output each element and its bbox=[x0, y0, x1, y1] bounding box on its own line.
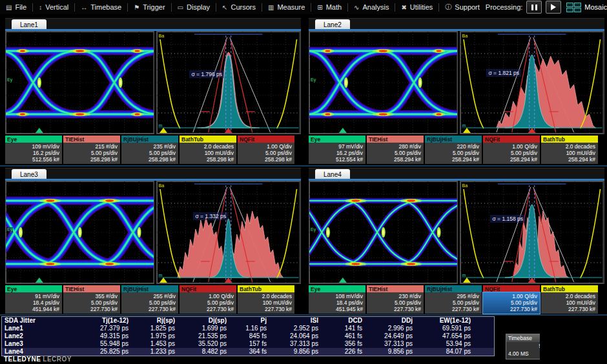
descriptor-rjbujhist[interactable]: RjBUjHist220 #/div5.00 ps/div258.294 k# bbox=[425, 136, 482, 164]
descriptor-values: 295 #/div5.00 ps/div227.730 k# bbox=[425, 292, 482, 314]
descriptor-label: NQFit bbox=[180, 285, 236, 292]
descriptor-eye[interactable]: Eye97 mV/div16.2 ps/div512.554 k# bbox=[309, 136, 365, 164]
table-row-lane2: Lane249.315 ps1.975 ps21.535 ps845 fs24.… bbox=[2, 332, 494, 340]
descriptor-row: Eye97 mV/div16.2 ps/div512.554 k#TIEHist… bbox=[309, 136, 604, 164]
descriptor-values: 255 #/div5.00 ps/div227.730 k# bbox=[121, 292, 178, 314]
jitter-bathtub-panel[interactable]: Ba m σ = 1.821 ps bbox=[460, 31, 604, 134]
menu-item-cursors[interactable]: ↖Cursors bbox=[216, 0, 262, 14]
descriptor-bathtub[interactable]: BathTub2.0 decades100 mUI/div227.730 k# bbox=[238, 285, 294, 314]
descriptor-eye[interactable]: Eye108 mV/div18.4 ps/div451.945 k# bbox=[309, 285, 365, 314]
lane-section-lane1: Lane1 Ey Ba m σ = 1.796 ps Eye109 mV/div… bbox=[5, 18, 301, 164]
descriptor-bathtub[interactable]: BathTub2.0 decades100 mUI/div258.294 k# bbox=[541, 136, 598, 164]
descriptor-label: NQFit bbox=[238, 136, 294, 143]
play-icon bbox=[551, 4, 556, 10]
jitter-bathtub-panel[interactable]: Ba m σ = 1.332 ps bbox=[156, 181, 301, 284]
descriptor-label: NQFit bbox=[483, 136, 540, 143]
descriptor-nqfit[interactable]: NQFit1.00 Q/div5.00 ps/div258.294 k# bbox=[483, 136, 540, 164]
eye-trace-label: Ey bbox=[6, 227, 13, 232]
measurement-value: 1.825 ps bbox=[129, 325, 175, 332]
descriptor-tiehist[interactable]: TIEHist280 #/div5.00 ps/div258.294 k# bbox=[367, 136, 424, 164]
eye-diagram-panel[interactable]: Ey bbox=[5, 181, 154, 284]
column-header: ISI bbox=[267, 317, 318, 325]
histogram-trace-label: m bbox=[461, 123, 466, 128]
menu-item-utilities[interactable]: ✖Utilities bbox=[395, 0, 438, 14]
lane-tabbar: Lane4 bbox=[309, 168, 604, 179]
tab-lane2[interactable]: Lane2 bbox=[315, 19, 350, 30]
descriptor-values: 2.0 decades100 mUI/div227.730 k# bbox=[238, 292, 294, 314]
descriptor-row: Eye91 mV/div18.4 ps/div451.944 k#TIEHist… bbox=[5, 285, 301, 314]
descriptor-nqfit[interactable]: NQFit1.00 Q/div5.00 ps/div227.730 k# bbox=[180, 285, 236, 314]
row-label: Lane1 bbox=[2, 325, 69, 332]
menu-item-file[interactable]: ▤File bbox=[0, 0, 32, 14]
measurement-value: 55.948 ps bbox=[69, 340, 129, 348]
row-label: Lane3 bbox=[2, 340, 69, 348]
play-button[interactable] bbox=[546, 1, 561, 14]
descriptor-nqfit[interactable]: NQFit1.00 Q/div5.00 ps/div258.298 k# bbox=[238, 136, 294, 164]
descriptor-values: 2.0 decades100 mUI/div227.730 k# bbox=[541, 292, 598, 314]
tab-lane3[interactable]: Lane3 bbox=[12, 169, 46, 179]
descriptor-bathtub[interactable]: BathTub2.0 decades100 mUI/div258.298 k# bbox=[180, 136, 236, 164]
measurement-value: 27.379 ps bbox=[69, 325, 129, 332]
jitter-bathtub-plot bbox=[460, 32, 604, 134]
menu-item-timebase[interactable]: ↔Timebase bbox=[75, 0, 127, 14]
descriptor-bathtub[interactable]: BathTub2.0 decades100 mUI/div227.730 k# bbox=[541, 285, 598, 314]
math-icon: ⊞ bbox=[317, 4, 322, 11]
jitter-bathtub-panel[interactable]: Ba m σ = 1.158 ps bbox=[460, 181, 604, 284]
measurement-value: 9.856 ps bbox=[267, 348, 318, 356]
timebase-descriptor[interactable]: Timebase 5.00 4.00 MS 8 bbox=[506, 334, 540, 359]
eye-diagram-panel[interactable]: Ey bbox=[309, 181, 458, 284]
menu-item-vertical[interactable]: ↕Vertical bbox=[33, 0, 74, 14]
display-icon: ▭ bbox=[178, 4, 183, 11]
descriptor-tiehist[interactable]: TIEHist230 #/div5.00 ps/div227.730 k# bbox=[367, 285, 424, 314]
menu-item-label: Support bbox=[455, 3, 480, 11]
measurement-value: 25.825 ps bbox=[69, 348, 129, 356]
menu-item-measure[interactable]: ▥Measure bbox=[262, 0, 311, 14]
descriptor-label: TIEHist bbox=[367, 285, 424, 292]
menu-item-label: Math bbox=[326, 3, 342, 11]
measurement-value: 157 fs bbox=[227, 340, 267, 348]
descriptor-rjbujhist[interactable]: RjBUjHist235 #/div5.00 ps/div258.298 k# bbox=[121, 136, 178, 164]
descriptor-eye[interactable]: Eye109 mV/div16.2 ps/div512.556 k# bbox=[5, 136, 62, 164]
descriptor-tiehist[interactable]: TIEHist355 #/div5.00 ps/div227.730 k# bbox=[63, 285, 120, 314]
descriptor-eye[interactable]: Eye91 mV/div18.4 ps/div451.944 k# bbox=[5, 285, 62, 314]
menu-item-trigger[interactable]: ⚑Trigger bbox=[128, 0, 170, 14]
menu-bar: ▤File↕Vertical↔Timebase⚑Trigger▭Display↖… bbox=[0, 0, 607, 14]
menu-item-support[interactable]: ⓘSupport bbox=[439, 0, 486, 14]
descriptor-nqfit[interactable]: NQFit1.00 Q/div5.00 ps/div227.730 k# bbox=[483, 285, 540, 314]
pause-button[interactable] bbox=[526, 1, 542, 14]
menu-item-label: Display bbox=[187, 3, 210, 11]
descriptor-label: BathTub bbox=[238, 285, 294, 292]
measurement-value: 141 fs bbox=[318, 325, 362, 332]
descriptor-rjbujhist[interactable]: RjBUjHist255 #/div5.00 ps/div227.730 k# bbox=[121, 285, 178, 314]
jitter-bathtub-panel[interactable]: Ba m σ = 1.796 ps bbox=[156, 31, 301, 134]
tab-lane4[interactable]: Lane4 bbox=[315, 169, 350, 179]
measurement-value: 2.996 ps bbox=[362, 325, 413, 332]
descriptor-tiehist[interactable]: TIEHist215 #/div5.00 ps/div258.298 k# bbox=[63, 136, 120, 164]
eye-diagram-panel[interactable]: Ey bbox=[309, 31, 458, 134]
pause-icon bbox=[531, 5, 537, 10]
descriptor-values: 1.00 Q/div5.00 ps/div258.294 k# bbox=[483, 143, 540, 164]
descriptor-values: 215 #/div5.00 ps/div258.298 k# bbox=[63, 143, 120, 164]
descriptor-values: 1.00 Q/div5.00 ps/div258.298 k# bbox=[238, 143, 294, 164]
brand-footer: TELEDYNELECROY bbox=[4, 356, 72, 363]
sigma-annotation: σ = 1.158 ps bbox=[490, 215, 525, 223]
eye-diagram bbox=[6, 181, 154, 283]
measurement-value: 21.535 ps bbox=[175, 332, 227, 340]
measurement-value: 1.975 ps bbox=[129, 332, 175, 340]
mosaic-display-selector[interactable]: Mosaic bbox=[565, 2, 607, 13]
row-separator bbox=[0, 165, 607, 167]
measurement-value: 845 fs bbox=[227, 332, 267, 340]
measurement-value: 226 fs bbox=[318, 348, 362, 356]
descriptor-values: 2.0 decades100 mUI/div258.298 k# bbox=[180, 143, 236, 164]
measurement-value: 364 fs bbox=[227, 348, 267, 356]
table-row-lane1: Lane127.379 ps1.825 ps1.699 ps1.16 ps2.9… bbox=[2, 325, 494, 332]
tab-lane1[interactable]: Lane1 bbox=[12, 19, 46, 30]
measurement-value: 37.313 ps bbox=[267, 340, 318, 348]
descriptor-rjbujhist[interactable]: RjBUjHist295 #/div5.00 ps/div227.730 k# bbox=[425, 285, 482, 314]
menu-item-analysis[interactable]: ∿Analysis bbox=[348, 0, 395, 14]
histogram-trace-label: m bbox=[158, 123, 163, 128]
menu-item-math[interactable]: ⊞Math bbox=[311, 0, 347, 14]
eye-diagram-panel[interactable]: Ey bbox=[5, 31, 154, 134]
menu-item-display[interactable]: ▭Display bbox=[172, 0, 216, 14]
cursor-icon: ↖ bbox=[222, 4, 227, 11]
